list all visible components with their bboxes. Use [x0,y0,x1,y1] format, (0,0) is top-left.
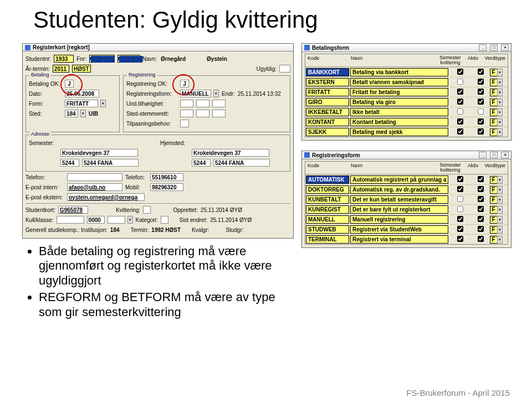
verditype-field[interactable]: F [490,128,498,136]
kvittering-checkbox[interactable] [457,236,463,242]
epost-ext-field[interactable]: oystein.ornegard@ornega [67,193,145,201]
verditype-field[interactable]: F [490,186,498,194]
close-button[interactable]: × [501,152,509,158]
code-cell[interactable]: EKSTERN [306,78,349,86]
verditype-field[interactable]: F [490,236,498,244]
verditype-field[interactable]: F [490,176,498,184]
chevron-down-icon[interactable]: ▾ [497,79,503,86]
chevron-down-icon[interactable]: ▾ [497,99,503,106]
verditype-field[interactable]: F [490,108,498,116]
chevron-down-icon[interactable]: ▾ [497,176,503,184]
hj-addr3[interactable]: 5244 FANA [213,159,270,167]
kvittering-checkbox[interactable] [457,226,463,232]
regform-field[interactable]: MANUELL [180,90,211,97]
ugyldig-field[interactable] [279,65,290,73]
sem-addr1[interactable]: Krokeidevegen 37 [60,149,138,157]
table-row[interactable]: AUTOMATISKAutomatisk registrert på grunn… [305,174,508,184]
navn-cell[interactable]: Kontant betaling [350,118,448,126]
verditype-field[interactable]: F [490,79,498,86]
table-row[interactable]: EKSTERNBetalt v/annen samskipnadF▾ [305,77,508,87]
verditype-field[interactable]: F [490,196,498,204]
chevron-down-icon[interactable]: ▾ [497,196,503,204]
kvittering-checkbox[interactable] [457,186,463,192]
navn-cell[interactable]: Fritatt for betaling [350,88,448,96]
chevron-down-icon[interactable]: ▾ [497,236,503,244]
code-cell[interactable]: AUTOMATISK [306,175,349,184]
aktiv-checkbox[interactable] [478,196,484,202]
tilpasn-field[interactable] [180,120,189,127]
table-row[interactable]: DOKTORREGAutomatisk reg. av dr.gradskand… [305,184,508,194]
kvittering-checkbox[interactable] [457,216,463,222]
aktiv-checkbox[interactable] [478,186,484,192]
verditype-field[interactable]: F [490,206,498,214]
kull-c[interactable] [108,216,125,224]
kvittering-checkbox[interactable] [457,176,463,182]
mobil-field[interactable]: 98296320 [150,183,183,191]
aktiv-checkbox[interactable] [478,226,484,232]
regform-dropdown-icon[interactable]: ▾ [213,90,219,97]
form-field[interactable]: FRITATT [65,100,98,107]
stedstem-c[interactable] [212,110,226,117]
navn-cell[interactable]: Registrert via terminal [350,235,448,244]
kvittering-checkbox[interactable] [457,118,463,125]
navn-cell[interactable]: Registrert via StudentWeb [350,225,448,234]
stedstem-a[interactable] [180,110,193,117]
studentnr-field[interactable]: 1933 [54,55,74,63]
stedstem-b[interactable] [196,110,209,117]
table-row[interactable]: TERMINALRegistrert via terminalF▾ [305,234,508,244]
kvittering-field[interactable] [143,206,151,214]
aktiv-checkbox[interactable] [478,206,484,212]
aar-field[interactable]: 2011 [53,65,69,73]
aktiv-checkbox[interactable] [478,89,484,95]
kvittering-checkbox[interactable] [457,99,463,105]
chevron-down-icon[interactable]: ▾ [497,118,503,126]
code-cell[interactable]: GIRO [306,98,349,106]
code-cell[interactable]: KONTANT [306,118,349,126]
code-cell[interactable]: KUNREGIST [306,205,349,214]
telefon-field-a[interactable] [67,173,122,181]
betaling-ok-field[interactable]: J [65,80,74,87]
kvittering-checkbox[interactable] [457,89,463,95]
code-cell[interactable]: KUNBETALT [306,195,349,204]
kvittering-checkbox[interactable] [457,206,463,212]
chevron-down-icon[interactable]: ▾ [497,128,503,136]
table-row[interactable]: IKKEBETALTIkke betaltF▾ [305,107,508,117]
kvittering-checkbox[interactable] [457,108,463,115]
code-cell[interactable]: STUDWEB [306,225,349,234]
table-row[interactable]: BANKKORTBetaling via bankkortF▾ [305,67,508,77]
kull-b[interactable]: 0000 [87,216,105,224]
aktiv-checkbox[interactable] [478,99,484,105]
navn-cell[interactable]: Manuell registrering [350,215,448,224]
sem-addr2[interactable]: 5244 [60,159,79,167]
table-row[interactable]: FRITATTFritatt for betalingF▾ [305,87,508,97]
navn-cell[interactable]: Ikke betalt [350,108,448,116]
kvittering-checkbox[interactable] [457,128,463,135]
registrering-ok-field[interactable]: J [180,80,189,87]
code-cell[interactable]: TERMINAL [306,235,349,244]
kull-a[interactable] [57,216,84,224]
code-cell[interactable]: FRITATT [306,88,349,96]
fnr-a-field[interactable]: ██████ [89,55,115,63]
navn-cell[interactable]: Det er bare fylt ut registerkort [350,205,448,214]
kull-dd[interactable]: ▾ [127,216,133,224]
verditype-field[interactable]: F [490,216,498,224]
hj-addr1[interactable]: Krokeidevegen 37 [192,149,269,157]
chevron-down-icon[interactable]: ▾ [497,89,503,96]
epost-int-field[interactable]: afaoo@uib.no [67,183,122,191]
sted-dropdown-icon[interactable]: ▾ [80,110,86,117]
aktiv-checkbox[interactable] [478,236,484,242]
kvittering-checkbox[interactable] [457,196,463,202]
aktiv-checkbox[interactable] [478,79,484,85]
verditype-field[interactable]: F [490,99,498,106]
fnr-b-field[interactable]: ██████ [117,55,140,63]
max-button[interactable]: □ [490,44,498,51]
chevron-down-icon[interactable]: ▾ [497,108,503,116]
aktiv-checkbox[interactable] [478,118,484,125]
chevron-down-icon[interactable]: ▾ [497,216,503,224]
navn-cell[interactable]: Automatisk registrert på grunnlag a [350,175,448,184]
min-button[interactable]: _ [479,44,487,51]
studkort-field[interactable]: G965078 [58,206,88,214]
code-cell[interactable]: MANUELL [306,215,349,224]
chevron-down-icon[interactable]: ▾ [497,226,503,234]
table-row[interactable]: KUNBETALTDet er kun betalt semesteravgif… [305,194,508,204]
